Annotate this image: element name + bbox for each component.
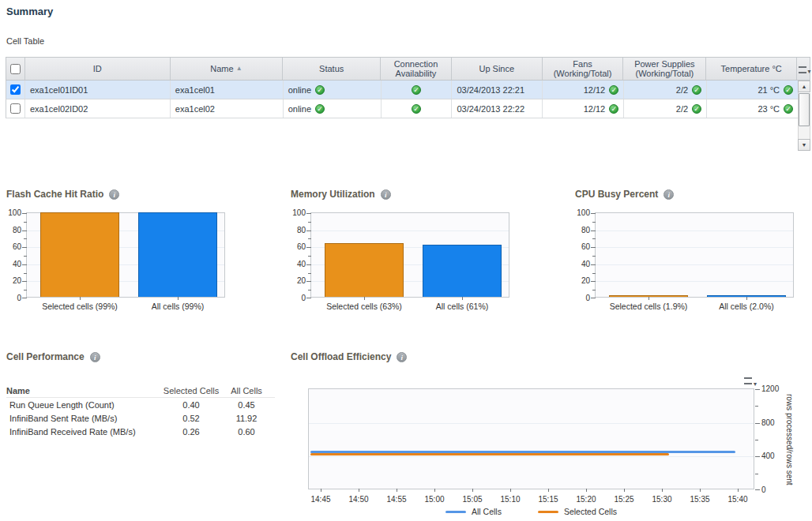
scroll-thumb[interactable]	[799, 93, 810, 126]
column-header-up-since[interactable]: Up Since	[452, 58, 543, 80]
y-axis-tick	[306, 213, 311, 214]
metric-selected-cells: 0.52	[161, 414, 221, 423]
column-header-temperature[interactable]: Temperature °C	[706, 58, 797, 80]
status-text: online	[288, 104, 311, 114]
column-header-fans[interactable]: Fans (Working/Total)	[543, 58, 624, 80]
status-text: online	[288, 85, 311, 95]
select-all-checkbox[interactable]	[10, 64, 21, 74]
chart-menu-icon[interactable]	[743, 375, 755, 385]
y-axis-tick	[306, 281, 311, 282]
y-axis-tick	[22, 213, 27, 214]
x-axis-tick	[510, 489, 511, 492]
table-menu-icon[interactable]	[798, 64, 810, 74]
y-axis-tick	[592, 273, 596, 274]
y-axis-tick	[306, 264, 311, 265]
y-axis-tick	[306, 231, 311, 231]
column-header-power-supplies[interactable]: Power Supplies (Working/Total)	[623, 58, 706, 80]
perf-row: InfiniBand Sent Rate (MB/s) 0.52 11.92	[6, 411, 275, 425]
y-axis-tick	[755, 474, 758, 474]
table-row[interactable]: exa1cel01ID01 exa1cel01 online 03/24/201…	[6, 81, 799, 99]
x-axis-tick-label: 15:35	[682, 495, 717, 504]
bar-all-cells	[138, 212, 217, 297]
cell-power-supplies: 2/2	[624, 81, 707, 99]
bar-selected-cells	[325, 243, 404, 297]
info-icon[interactable]	[109, 189, 119, 200]
info-icon[interactable]	[664, 189, 674, 200]
column-header-name[interactable]: Name ▲	[171, 58, 284, 80]
perf-row: Run Queue Length (Count) 0.40 0.45	[6, 398, 275, 411]
x-axis-tick-label: 15:10	[493, 495, 528, 504]
y-axis-tick	[591, 247, 596, 248]
scroll-down-button[interactable]: ▼	[798, 139, 810, 151]
y-axis-tick	[755, 456, 760, 457]
chart-title: Cell Offload Efficiency	[291, 351, 391, 362]
column-label: Fans	[573, 59, 592, 69]
table-row[interactable]: exa1cel02ID02 exa1cel02 online 03/24/201…	[6, 99, 799, 118]
perf-col-all-cells: All Cells	[221, 386, 272, 395]
table-scrollbar[interactable]: ▲ ▼	[798, 81, 810, 150]
y-axis-tick-label: 20	[0, 276, 21, 285]
status-ok-icon	[609, 85, 618, 95]
cell-up-since: 03/24/2013 22:21	[452, 81, 543, 99]
gridline	[309, 456, 754, 457]
gridline	[596, 264, 793, 265]
info-icon[interactable]	[397, 352, 407, 362]
y-axis-tick	[24, 222, 27, 223]
section-title: Cell Performance	[6, 351, 85, 362]
column-header-id[interactable]: ID	[25, 58, 171, 80]
status-ok-icon	[609, 104, 618, 114]
y-axis-tick	[308, 290, 311, 290]
x-axis-tick	[738, 489, 739, 492]
flash-cache-hit-ratio-chart: Flash Cache Hit Ratio 020406080100Select…	[6, 189, 267, 315]
x-axis-tick-label: 15:20	[569, 495, 603, 504]
y-axis-tick	[22, 298, 27, 298]
column-label: Up Since	[479, 64, 514, 73]
scroll-track[interactable]	[798, 93, 810, 139]
offload-legend: All CellsSelected Cells	[308, 507, 754, 516]
column-header-connection-availability[interactable]: Connection Availability	[381, 58, 452, 80]
y-axis-tick	[308, 273, 311, 274]
metric-selected-cells: 0.26	[161, 427, 221, 437]
legend-label: Selected Cells	[564, 507, 617, 516]
cell-offload-efficiency-section: Cell Offload Efficiency 04008001200rows …	[291, 351, 812, 521]
info-icon[interactable]	[90, 352, 100, 362]
cell-power-supplies: 2/2	[624, 99, 707, 118]
y-axis-tick	[592, 222, 596, 223]
y-axis-tick	[592, 238, 596, 239]
status-ok-icon	[412, 104, 421, 114]
x-axis-tick-label: 15:05	[455, 495, 490, 504]
column-label: Name	[210, 64, 233, 73]
y-axis-tick	[22, 231, 27, 231]
row-checkbox[interactable]	[10, 103, 21, 114]
sort-ascending-icon: ▲	[236, 64, 242, 73]
x-axis-tick	[434, 489, 435, 492]
chart-plot-area: 020406080100Selected cells (63%)All cell…	[310, 212, 509, 298]
cell-name: exa1cel01	[171, 81, 284, 99]
x-axis-tick-label: 14:45	[303, 495, 338, 504]
column-label-line2: Availability	[396, 69, 437, 78]
x-axis-tick-label: 14:55	[379, 495, 414, 504]
x-axis-tick	[648, 297, 649, 300]
legend-item: All Cells	[445, 507, 502, 516]
row-checkbox[interactable]	[10, 84, 21, 95]
legend-swatch	[538, 511, 558, 513]
cell-status: online	[284, 99, 382, 118]
y-axis-tick-label: 60	[280, 242, 306, 251]
column-header-status[interactable]: Status	[283, 58, 381, 80]
cell-id: exa1cel02ID02	[25, 99, 171, 118]
series-line-selected-cells	[310, 453, 669, 455]
y-axis-tick	[591, 298, 596, 298]
perf-row: InfiniBand Received Rate (MB/s) 0.26 0.6…	[6, 425, 275, 438]
y-axis-tick	[22, 247, 27, 248]
x-axis-tick-label: 15:25	[607, 495, 641, 504]
memory-utilization-chart: Memory Utilization 020406080100Selected …	[291, 189, 551, 315]
scroll-up-button[interactable]: ▲	[798, 81, 810, 92]
metric-name: InfiniBand Sent Rate (MB/s)	[6, 414, 161, 423]
gridline	[311, 231, 509, 231]
y-axis-tick	[306, 298, 311, 298]
chart-plot-area: 020406080100Selected cells (99%)All cell…	[26, 212, 225, 298]
gridline	[596, 231, 793, 231]
cell-up-since: 03/24/2013 22:22	[452, 99, 543, 118]
column-label: Power Supplies	[634, 59, 694, 69]
info-icon[interactable]	[381, 189, 391, 200]
